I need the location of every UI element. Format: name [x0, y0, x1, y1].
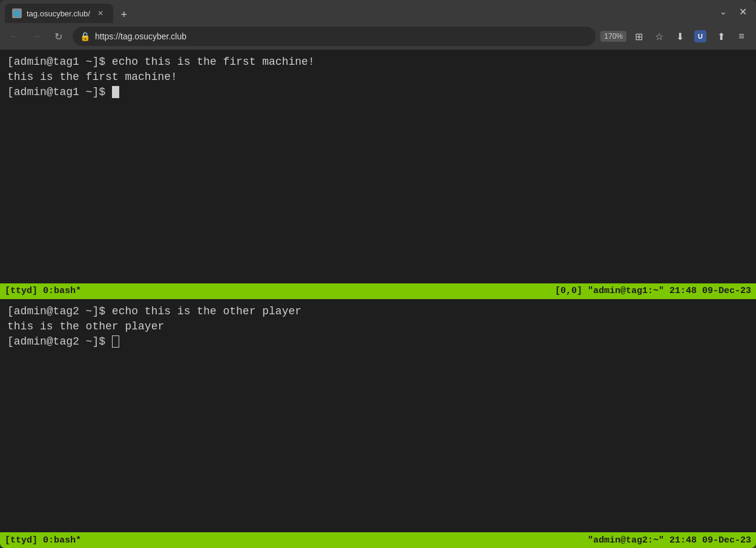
title-bar-controls: ⌄ ✕	[715, 3, 751, 20]
terminal1-status-bar: [ttyd] 0:bash* [0,0] "admin@tag1:~" 21:4…	[0, 283, 756, 299]
terminal2-output1: this is the other player	[7, 320, 164, 332]
grid-button[interactable]: ⊞	[629, 27, 648, 46]
terminal2-status-bar: [ttyd] 0:bash* "admin@tag2:~" 21:48 09-D…	[0, 532, 756, 548]
terminal1-prompt2: [admin@tag1 ~]$	[7, 86, 112, 98]
terminal2-cursor	[112, 335, 119, 348]
bookmark-button[interactable]: ☆	[649, 27, 669, 46]
terminal-pane-1[interactable]: [admin@tag1 ~]$ echo this is the first m…	[0, 50, 756, 299]
download-icon: ⬇	[676, 31, 684, 42]
minimize-button[interactable]: ⌄	[715, 3, 732, 20]
ublock-button[interactable]: U	[691, 27, 710, 46]
share-button[interactable]: ⬆	[711, 27, 731, 46]
menu-icon: ≡	[738, 31, 744, 42]
terminal1-cursor	[112, 86, 119, 98]
terminal2-status-right: "admin@tag2:~" 21:48 09-Dec-23	[588, 535, 751, 546]
back-icon: ←	[10, 31, 19, 42]
download-button[interactable]: ⬇	[670, 27, 689, 46]
content-area: [admin@tag1 ~]$ echo this is the first m…	[0, 50, 756, 548]
active-tab[interactable]: 🌐 tag.osucyber.club/ ✕	[5, 4, 113, 23]
ublock-icon: U	[694, 30, 706, 42]
forward-button[interactable]: →	[27, 27, 46, 46]
terminal2-prompt2: [admin@tag2 ~]$	[7, 335, 112, 348]
security-icon: 🔒	[80, 31, 90, 41]
terminal1-output1: this is the first machine!	[7, 71, 177, 83]
refresh-button[interactable]: ↻	[48, 27, 68, 46]
browser-window: 🌐 tag.osucyber.club/ ✕ + ⌄ ✕ ← → ↻ 🔒 htt…	[0, 0, 756, 548]
grid-icon: ⊞	[635, 31, 643, 42]
terminal-pane-2[interactable]: [admin@tag2 ~]$ echo this is the other p…	[0, 299, 756, 549]
zoom-badge[interactable]: 170%	[600, 31, 626, 42]
terminal1-status-left: [ttyd] 0:bash*	[5, 286, 555, 296]
terminal1-status-right: [0,0] "admin@tag1:~" 21:48 09-Dec-23	[555, 286, 751, 296]
terminal-body-2[interactable]: [admin@tag2 ~]$ echo this is the other p…	[0, 299, 756, 533]
tab-favicon: 🌐	[12, 8, 22, 18]
forward-icon: →	[31, 31, 41, 42]
tabs-area: 🌐 tag.osucyber.club/ ✕ +	[5, 0, 715, 23]
terminal2-status-left: [ttyd] 0:bash*	[5, 535, 588, 546]
new-tab-button[interactable]: +	[116, 6, 133, 23]
terminal-body-1[interactable]: [admin@tag1 ~]$ echo this is the first m…	[0, 50, 756, 283]
tab-title: tag.osucyber.club/	[27, 9, 90, 18]
star-icon: ☆	[655, 31, 663, 42]
url-text: https://tag.osucyber.club	[95, 31, 588, 41]
refresh-icon: ↻	[54, 31, 62, 42]
address-bar[interactable]: 🔒 https://tag.osucyber.club	[73, 27, 596, 46]
tab-close-button[interactable]: ✕	[95, 8, 106, 19]
menu-button[interactable]: ≡	[732, 27, 751, 46]
share-icon: ⬆	[717, 31, 725, 42]
toolbar: ← → ↻ 🔒 https://tag.osucyber.club 170% ⊞…	[0, 23, 756, 50]
terminal1-prompt1: [admin@tag1 ~]$ echo this is the first m…	[7, 56, 315, 68]
close-window-button[interactable]: ✕	[734, 3, 751, 20]
terminal2-prompt1: [admin@tag2 ~]$ echo this is the other p…	[7, 305, 301, 317]
title-bar: 🌐 tag.osucyber.club/ ✕ + ⌄ ✕	[0, 0, 756, 23]
toolbar-icons: ⊞ ☆ ⬇ U ⬆ ≡	[629, 27, 751, 46]
back-button[interactable]: ←	[5, 27, 24, 46]
